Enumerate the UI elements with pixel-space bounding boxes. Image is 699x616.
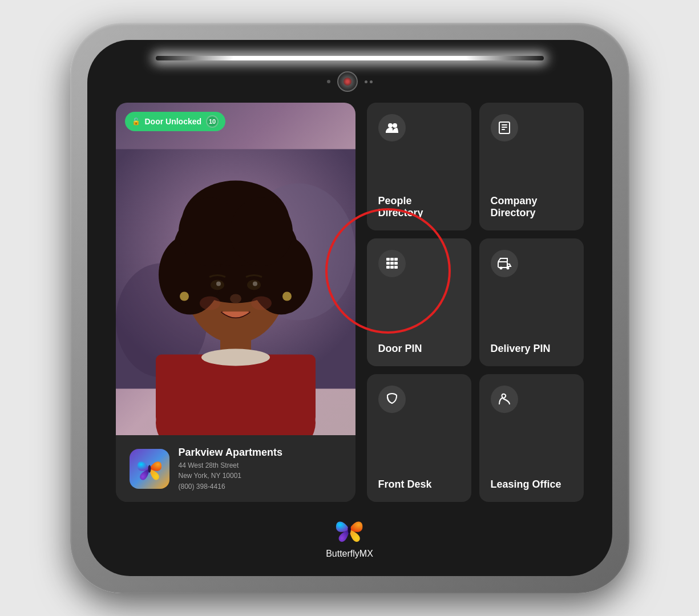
menu-item-people-directory[interactable]: PeopleDirectory: [367, 103, 471, 230]
menu-grid: PeopleDirectory CompanyDirectory: [367, 103, 584, 502]
camera-lens: [337, 71, 358, 92]
svg-point-24: [388, 123, 393, 128]
people-directory-icon: [378, 114, 406, 141]
property-address: 44 West 28th Street New York, NY 10001: [179, 460, 282, 481]
svg-point-16: [216, 282, 221, 286]
svg-rect-31: [390, 258, 394, 261]
menu-item-front-desk[interactable]: Front Desk: [367, 374, 471, 502]
leasing-office-label: Leasing Office: [491, 479, 561, 491]
bottom-logo: ButterflyMX: [326, 514, 373, 559]
camera-inner: [344, 78, 351, 86]
door-unlocked-label: Door Unlocked: [145, 117, 202, 126]
svg-point-42: [348, 525, 351, 534]
svg-rect-38: [394, 266, 398, 269]
delivery-pin-icon: [491, 250, 518, 277]
svg-point-19: [180, 292, 189, 301]
left-panel: 🔓 Door Unlocked 10: [116, 103, 355, 502]
door-pin-icon: [378, 250, 406, 277]
company-directory-label: CompanyDirectory: [491, 195, 538, 219]
camera-dot-left: [327, 80, 330, 83]
svg-rect-36: [386, 266, 390, 269]
front-desk-label: Front Desk: [378, 479, 432, 491]
menu-item-door-pin[interactable]: Door PIN: [367, 238, 471, 366]
people-directory-label: PeopleDirectory: [378, 195, 423, 219]
svg-point-23: [148, 465, 151, 472]
brand-name: ButterflyMX: [326, 549, 373, 559]
svg-point-18: [230, 294, 241, 303]
svg-rect-34: [390, 262, 394, 265]
svg-rect-35: [394, 262, 398, 265]
leasing-office-icon: [491, 386, 518, 413]
svg-point-13: [230, 198, 293, 266]
svg-rect-27: [502, 124, 507, 125]
svg-point-25: [393, 123, 397, 128]
front-desk-icon: [378, 386, 406, 413]
main-content: 🔓 Door Unlocked 10: [116, 103, 584, 502]
svg-point-21: [200, 297, 220, 310]
door-pin-label: Door PIN: [378, 343, 422, 355]
door-unlocked-badge: 🔓 Door Unlocked 10: [125, 112, 226, 131]
delivery-pin-label: Delivery PIN: [491, 343, 551, 355]
svg-point-40: [499, 267, 502, 270]
camera-dot-1: [365, 80, 367, 83]
camera-area: [327, 71, 373, 92]
svg-point-41: [506, 267, 509, 270]
badge-count: 10: [206, 115, 219, 128]
svg-rect-32: [394, 258, 398, 261]
svg-rect-37: [390, 266, 394, 269]
svg-point-22: [251, 297, 272, 310]
light-bar: [156, 56, 544, 60]
camera-dot-2: [370, 80, 373, 83]
device-screen: 🔓 Door Unlocked 10: [87, 40, 612, 576]
person-photo: [116, 103, 355, 435]
property-logo: [130, 449, 169, 489]
camera-dots-right: [365, 80, 373, 83]
svg-rect-39: [498, 262, 507, 268]
lock-icon: 🔓: [132, 117, 140, 125]
menu-item-delivery-pin[interactable]: Delivery PIN: [479, 238, 584, 366]
svg-rect-33: [386, 262, 390, 265]
property-info: Parkview Apartments 44 West 28th Street …: [116, 435, 355, 502]
property-name: Parkview Apartments: [179, 447, 282, 459]
svg-point-20: [282, 292, 292, 301]
svg-rect-28: [502, 127, 507, 128]
svg-rect-30: [386, 258, 390, 261]
menu-item-company-directory[interactable]: CompanyDirectory: [479, 103, 584, 230]
property-phone: (800) 398-4416: [179, 483, 282, 491]
svg-point-6: [201, 349, 270, 366]
menu-item-leasing-office[interactable]: Leasing Office: [479, 374, 584, 502]
svg-point-17: [253, 282, 257, 286]
property-details: Parkview Apartments 44 West 28th Street …: [179, 447, 282, 491]
svg-rect-29: [502, 129, 505, 130]
device-outer: 🔓 Door Unlocked 10: [70, 23, 629, 593]
company-directory-icon: [491, 114, 518, 141]
